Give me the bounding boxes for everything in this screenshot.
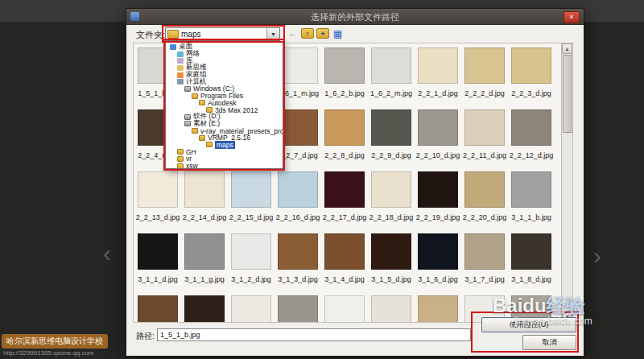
thumbnail-filename: 3_1_6_d.jpg	[418, 275, 458, 283]
tree-item[interactable]: 网络	[166, 51, 283, 58]
thumbnail-3_1_7_d.jpg[interactable]: 3_1_7_d.jpg	[461, 233, 508, 295]
thumbnail-2_2_12_d.jpg[interactable]: 2_2_12_d.jpg	[508, 109, 555, 171]
baidu-jingyan-url: jingyan.baidu.com	[514, 316, 592, 327]
thumbnail-filename: 2_2_12_d.jpg	[510, 151, 554, 159]
folder-label: 文件夹:	[136, 29, 165, 41]
thumbnail-partial[interactable]	[181, 295, 228, 323]
thumbnail-2_2_8_d.jpg[interactable]: 2_2_8_d.jpg	[321, 109, 368, 171]
tree-item-maps-selected[interactable]: maps	[166, 142, 283, 149]
carousel-next-icon[interactable]: ›	[593, 244, 601, 268]
homegroup-icon	[177, 72, 184, 78]
thumbnail-filename: 3_1_1_g.jpg	[184, 275, 225, 283]
tree-item[interactable]: xsw	[166, 163, 283, 169]
vertical-scrollbar[interactable]: ▲ ▼	[561, 43, 572, 322]
thumbnail-partial[interactable]	[321, 295, 368, 323]
tree-item[interactable]: GH	[166, 148, 283, 155]
scroll-up-icon[interactable]: ▲	[562, 43, 572, 54]
thumbnail-partial[interactable]	[275, 295, 321, 323]
path-input[interactable]	[157, 328, 471, 341]
thumbnail-image	[464, 47, 505, 84]
thumbnail-3_1_5_d.jpg[interactable]: 3_1_5_d.jpg	[368, 233, 415, 295]
thumbnail-image	[324, 295, 365, 323]
thumbnail-2_2_18_d.jpg[interactable]: 2_2_18_d.jpg	[368, 171, 415, 233]
thumbnail-3_1_2_d.jpg[interactable]: 3_1_2_d.jpg	[228, 233, 275, 295]
view-menu-icon[interactable]: ▦	[332, 27, 344, 39]
dialog-titlebar[interactable]: 选择新的外部文件路径 ×	[126, 9, 584, 25]
thumbnail-3_1_1_d.jpg[interactable]: 3_1_1_d.jpg	[134, 233, 181, 295]
tree-item[interactable]: 新思维	[166, 64, 283, 72]
folder-icon	[199, 135, 205, 141]
tree-item[interactable]: vr	[166, 155, 283, 163]
thumbnail-image	[138, 295, 178, 323]
thumbnail-2_2_2_d.jpg[interactable]: 2_2_2_d.jpg	[461, 47, 508, 109]
scrollbar-thumb[interactable]	[563, 55, 573, 133]
folder-icon	[192, 128, 198, 134]
thumbnail-filename: 3_1_1_d.jpg	[138, 275, 178, 283]
thumbnail-filename: 2_2_1_d.jpg	[418, 89, 458, 97]
thumbnail-partial[interactable]	[368, 295, 415, 323]
thumbnail-2_2_14_d.jpg[interactable]: 2_2_14_d.jpg	[181, 171, 228, 233]
thumbnail-1_6_2_m.jpg[interactable]: 1_6_2_m.jpg	[368, 47, 415, 109]
dialog-toolbar: ←↑+▦	[287, 27, 344, 39]
up-folder-icon[interactable]: ↑	[301, 28, 314, 39]
thumbnail-2_2_10_d.jpg[interactable]: 2_2_10_d.jpg	[415, 109, 461, 171]
thumbnail-filename: 3_1_5_d.jpg	[371, 275, 411, 283]
tree-item[interactable]: 库	[166, 57, 283, 64]
thumbnail-filename: 2_2_2_d.jpg	[464, 89, 505, 97]
thumbnail-image	[231, 171, 271, 208]
application-background: ‹ › 选择新的外部文件路径 × 文件夹: maps ▼ ←↑+▦ 1_5_1_…	[0, 0, 644, 359]
thumbnail-filename: 3_1_7_d.jpg	[464, 275, 505, 283]
tree-item[interactable]: 家庭组	[166, 72, 283, 79]
thumbnail-3_1_3_d.jpg[interactable]: 3_1_3_d.jpg	[275, 233, 321, 295]
tree-item-label: xsw	[186, 162, 198, 169]
thumbnail-2_2_13_d.jpg[interactable]: 2_2_13_d.jpg	[134, 171, 181, 233]
carousel-prev-icon[interactable]: ‹	[103, 241, 111, 266]
tree-item-label: maps	[215, 141, 235, 149]
thumbnail-partial[interactable]	[228, 295, 275, 323]
thumbnail-image	[184, 171, 225, 208]
folder-icon	[177, 156, 184, 162]
thumbnail-partial[interactable]	[134, 295, 181, 323]
drive-icon	[184, 121, 191, 126]
folder-combobox[interactable]: maps ▼	[165, 27, 280, 41]
school-watermark: 哈尔滨新思维电脑设计学校	[2, 334, 108, 349]
thumbnail-filename: 2_2_11_d.jpg	[463, 151, 506, 159]
thumbnail-image	[278, 109, 318, 146]
tree-item[interactable]: 3ds Max 2012	[166, 106, 283, 113]
tree-item[interactable]: 软件 (D:)	[166, 113, 283, 121]
thumbnail-2_2_19_d.jpg[interactable]: 2_2_19_d.jpg	[415, 171, 461, 233]
thumbnail-2_2_20_d.jpg[interactable]: 2_2_20_d.jpg	[461, 171, 508, 233]
thumbnail-2_2_3_d.jpg[interactable]: 2_2_3_d.jpg	[508, 47, 555, 109]
thumbnail-2_2_11_d.jpg[interactable]: 2_2_11_d.jpg	[461, 109, 508, 171]
thumbnail-image	[371, 109, 411, 146]
thumbnail-2_2_1_d.jpg[interactable]: 2_2_1_d.jpg	[415, 47, 461, 109]
back-icon[interactable]: ←	[287, 27, 299, 39]
thumbnail-filename: 1_6_2_b.jpg	[324, 89, 365, 97]
thumbnail-2_2_15_d.jpg[interactable]: 2_2_15_d.jpg	[228, 171, 275, 233]
close-button[interactable]: ×	[564, 11, 580, 23]
thumbnail-partial[interactable]	[415, 295, 461, 323]
folder-icon	[177, 149, 184, 155]
thumbnail-filename: 2_2_14_d.jpg	[183, 213, 227, 221]
thumbnail-3_1_1_g.jpg[interactable]: 3_1_1_g.jpg	[181, 233, 228, 295]
thumbnail-3_1_4_d.jpg[interactable]: 3_1_4_d.jpg	[321, 233, 368, 295]
thumbnail-image	[278, 171, 318, 208]
thumbnail-image	[324, 109, 365, 146]
thumbnail-3_1_8_d.jpg[interactable]: 3_1_8_d.jpg	[508, 233, 555, 295]
tree-item[interactable]: 桌面	[166, 43, 283, 51]
baidu-brand-suffix: 经验	[547, 295, 585, 316]
thumbnail-filename: 3_1_4_d.jpg	[324, 275, 365, 283]
thumbnail-3_1_1_b.jpg[interactable]: 3_1_1_b.jpg	[508, 171, 555, 233]
combobox-dropdown-button[interactable]: ▼	[266, 28, 279, 40]
new-folder-icon[interactable]: +	[316, 28, 329, 39]
thumbnail-1_6_2_b.jpg[interactable]: 1_6_2_b.jpg	[321, 47, 368, 109]
thumbnail-image	[371, 295, 411, 323]
thumbnail-2_2_9_d.jpg[interactable]: 2_2_9_d.jpg	[368, 109, 415, 171]
thumbnail-image	[464, 171, 505, 208]
thumbnail-2_2_17_d.jpg[interactable]: 2_2_17_d.jpg	[321, 171, 368, 233]
thumbnail-3_1_6_d.jpg[interactable]: 3_1_6_d.jpg	[415, 233, 461, 295]
cancel-button[interactable]: 取消	[522, 335, 576, 350]
thumbnail-2_2_16_d.jpg[interactable]: 2_2_16_d.jpg	[275, 171, 321, 233]
thumbnail-filename: 3_1_3_d.jpg	[278, 275, 318, 283]
user-icon	[177, 65, 184, 71]
